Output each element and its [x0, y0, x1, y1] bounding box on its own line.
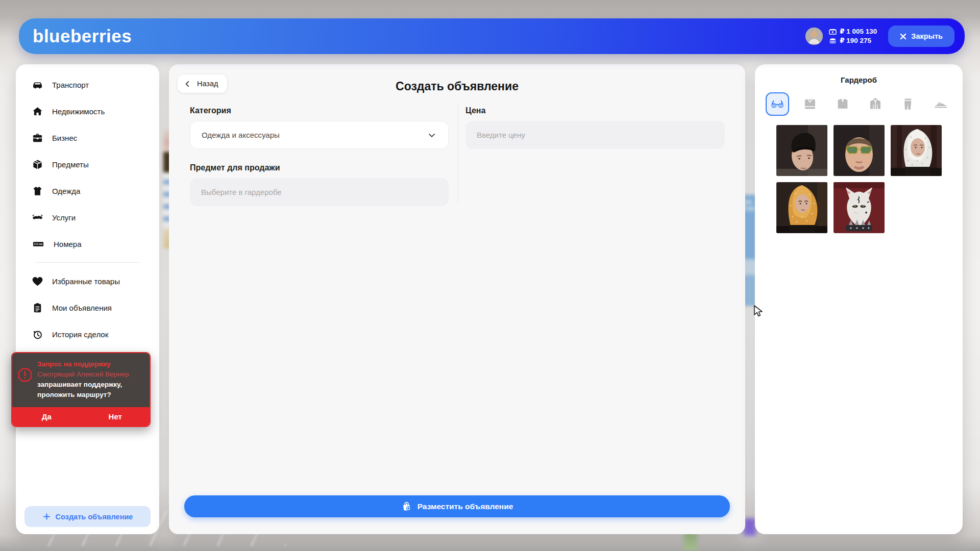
bank-balance: ₽ 190 275	[829, 37, 877, 45]
wardrobe-item-cat-mask[interactable]	[834, 182, 885, 233]
popup-requester: Смотрящий Алексей Вернер	[37, 369, 129, 380]
create-ad-panel: Назад Создать объявление Категория Одежд…	[169, 64, 745, 534]
tshirt-icon	[32, 185, 43, 197]
history-icon	[32, 329, 43, 340]
wardrobe-item-orange-shemagh[interactable]	[776, 182, 827, 233]
jacket-icon	[868, 96, 883, 112]
wardrobe-tab-glasses[interactable]	[766, 92, 789, 116]
license-plate-icon: XYZ 000	[32, 238, 45, 250]
category-label: Категория	[190, 106, 449, 115]
folded-shirt-icon	[802, 96, 818, 112]
page-title: Создать объявление	[169, 80, 745, 93]
support-popup-body: Запрос на поддержку Смотрящий Алексей Ве…	[12, 353, 150, 407]
cash-icon	[829, 28, 837, 36]
item-for-sale-label: Предмет для продажи	[190, 163, 449, 172]
briefcase-icon	[32, 132, 43, 144]
wardrobe-tab-shirt[interactable]	[831, 92, 854, 116]
wardrobe-grid	[776, 125, 942, 233]
car-icon	[32, 79, 43, 91]
sidebar-item-favorites[interactable]: Избранные товары	[16, 268, 159, 294]
svg-text:XYZ 000: XYZ 000	[34, 243, 43, 245]
background-detail	[744, 518, 756, 536]
wardrobe-tabs	[766, 92, 952, 116]
close-button[interactable]: Закрыть	[888, 26, 954, 47]
wardrobe-tab-folded-shirt[interactable]	[798, 92, 822, 116]
shirt-icon	[835, 96, 850, 112]
popup-yes-button[interactable]: Да	[12, 407, 81, 426]
top-header: blueberries ₽ 1 005 130 ₽ 190 275 Закрыт…	[19, 18, 965, 54]
heart-icon	[32, 276, 43, 287]
avatar-image	[805, 28, 823, 45]
house-icon	[32, 106, 43, 117]
wardrobe-tab-jacket[interactable]	[864, 92, 887, 116]
listing-icon	[32, 302, 43, 314]
sidebar-item-items[interactable]: Предметы	[16, 151, 159, 178]
wardrobe-tab-shoes[interactable]	[929, 92, 952, 116]
wardrobe-title: Гардероб	[755, 76, 963, 84]
pants-icon	[900, 96, 916, 112]
sidebar-item-history[interactable]: История сделок	[16, 321, 159, 347]
cash-balance: ₽ 1 005 130	[829, 28, 877, 36]
sidebar-divider	[35, 262, 140, 263]
popup-no-button[interactable]: Нет	[81, 407, 150, 426]
package-icon	[32, 159, 43, 170]
price-label: Цена	[465, 106, 725, 115]
wardrobe-panel: Гардероб	[755, 64, 963, 534]
wardrobe-item-white-shemagh[interactable]	[891, 125, 942, 176]
handshake-icon	[32, 212, 43, 223]
sidebar-item-services[interactable]: Услуги	[16, 204, 159, 231]
plus-icon	[42, 512, 51, 521]
shoe-icon	[933, 96, 948, 112]
sidebar-item-my-ads[interactable]: Мои объявления	[16, 294, 159, 321]
category-select[interactable]: Одежда и аксессуары	[190, 121, 449, 149]
balances: ₽ 1 005 130 ₽ 190 275	[829, 28, 877, 45]
wardrobe-item-black-beanie[interactable]	[776, 125, 827, 176]
bank-icon	[829, 37, 837, 45]
bag-plus-icon	[401, 501, 412, 512]
wardrobe-tab-pants[interactable]	[896, 92, 920, 116]
support-request-popup: Запрос на поддержку Смотрящий Алексей Ве…	[11, 352, 151, 427]
chevron-down-icon	[427, 130, 437, 140]
close-icon	[900, 33, 906, 40]
sidebar-item-clothes[interactable]: Одежда	[16, 178, 159, 204]
sidebar-item-transport[interactable]: Транспорт	[16, 71, 159, 98]
alert-octagon-icon	[17, 367, 33, 400]
column-divider	[458, 105, 458, 202]
sidebar-item-realestate[interactable]: Недвижимость	[16, 98, 159, 124]
wardrobe-item-green-sunglasses[interactable]	[834, 125, 885, 176]
item-for-sale-input[interactable]	[190, 178, 449, 206]
sidebar-item-business[interactable]: Бизнес	[16, 124, 159, 151]
category-value: Одежда и аксессуары	[202, 131, 280, 139]
app-logo: blueberries	[33, 26, 132, 46]
glasses-icon	[770, 96, 785, 112]
avatar	[805, 28, 823, 45]
popup-title: Запрос на поддержку	[37, 359, 129, 369]
create-ad-button[interactable]: Создать объявление	[24, 506, 151, 527]
sidebar-item-numbers[interactable]: XYZ 000 Номера	[16, 231, 159, 257]
sidebar: Транспорт Недвижимость Бизнес Предметы О…	[16, 64, 159, 534]
publish-ad-button[interactable]: Разместить объявление	[184, 495, 730, 517]
price-input[interactable]	[465, 121, 725, 149]
